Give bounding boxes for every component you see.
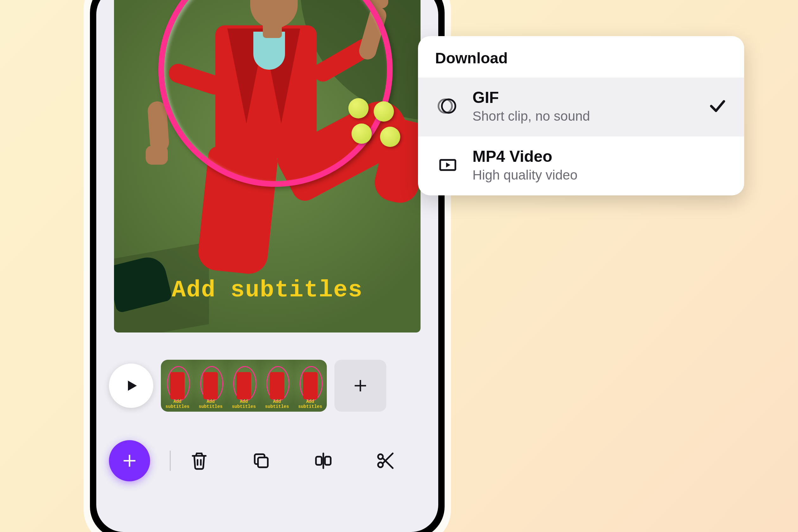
play-button[interactable] [109, 363, 153, 408]
svg-rect-2 [325, 457, 330, 465]
timeline-thumbnail: Add subtitles [260, 360, 293, 412]
copy-icon [251, 451, 271, 471]
timeline-thumbnail: Add subtitles [293, 360, 327, 412]
video-preview[interactable]: Add subtitles [114, 0, 420, 332]
svg-point-5 [442, 99, 455, 113]
gif-icon [435, 93, 460, 119]
editor-toolbar [109, 437, 425, 484]
subtitle-overlay-text[interactable]: Add subtitles [114, 277, 420, 303]
svg-rect-0 [258, 458, 268, 468]
download-option-title: GIF [473, 88, 696, 107]
svg-point-6 [439, 99, 452, 113]
cut-button[interactable] [374, 449, 397, 472]
scissors-icon [376, 451, 395, 471]
tennis-ball [352, 124, 372, 144]
download-option-subtitle: High quality video [473, 168, 727, 183]
timeline-thumbnail: Add subtitles [161, 360, 194, 412]
delete-button[interactable] [188, 449, 211, 472]
tennis-ball [374, 101, 394, 121]
timeline-row: Add subtitles Add subtitles Add subtitle… [109, 357, 425, 414]
svg-rect-1 [316, 457, 322, 465]
toolbar-divider [170, 451, 171, 471]
tennis-ball [348, 98, 368, 118]
plus-icon [352, 377, 369, 394]
split-button[interactable] [312, 449, 335, 472]
download-option-subtitle: Short clip, no sound [473, 109, 696, 124]
play-icon [124, 378, 139, 393]
duplicate-button[interactable] [250, 449, 273, 472]
download-option-mp4[interactable]: MP4 Video High quality video [418, 136, 744, 195]
tennis-ball [380, 127, 400, 147]
download-popover-title: Download [418, 36, 744, 78]
timeline-thumbnail: Add subtitles [194, 360, 227, 412]
preview-figure-hand [146, 146, 168, 165]
timeline-thumbnail: Add subtitles [227, 360, 261, 412]
selected-check-icon [708, 97, 727, 116]
download-popover: Download GIF Short clip, no sound MP4 Vi… [418, 36, 744, 195]
timeline-clip[interactable]: Add subtitles Add subtitles Add subtitle… [161, 360, 327, 412]
download-option-gif[interactable]: GIF Short clip, no sound [418, 78, 744, 136]
phone-screen: Add subtitles Add subtitles Add subtitle… [96, 0, 438, 532]
add-clip-button[interactable] [335, 360, 386, 412]
trash-icon [189, 451, 209, 471]
plus-icon [121, 452, 138, 470]
split-icon [314, 451, 333, 471]
mp4-icon [435, 152, 460, 178]
add-media-fab[interactable] [109, 440, 150, 481]
download-option-title: MP4 Video [473, 147, 727, 166]
